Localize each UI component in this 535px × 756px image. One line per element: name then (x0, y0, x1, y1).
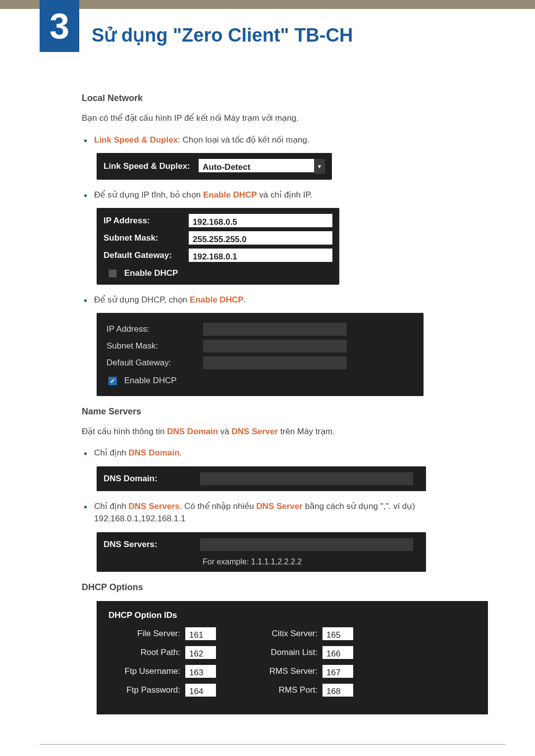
rms-server-label: RMS Server: (246, 665, 318, 678)
dhcp-enabled-panel: IP Address: Subnet Mask: Default Gateway… (97, 313, 424, 396)
ftp-password-field[interactable]: 164 (185, 684, 216, 697)
bullet-icon: • (84, 502, 87, 512)
dns-domain-label: DNS Domain: (104, 472, 200, 485)
name-servers-intro: Đặt cấu hình thông tin DNS Domain và DNS… (82, 425, 488, 438)
dhcp-col-right: Citix Server:165 Domain List:166 RMS Ser… (246, 627, 353, 703)
ns-intro-b1: DNS Domain (167, 427, 218, 436)
ns-intro-post: trên Máy trạm. (278, 427, 335, 436)
table-row: Domain List:166 (246, 646, 353, 659)
table-row: RMS Port:168 (246, 684, 353, 697)
link-speed-text: : Chọn loại và tốc độ kết nối mạng. (178, 135, 310, 145)
page-footer: 3 Sử dụng "Zero Client" TB-CH 47 (40, 744, 505, 756)
bullet-dhcp-on: • Để sử dụng DHCP, chọn Enable DHCP. (84, 294, 488, 306)
enable-dhcp-checkbox-unchecked[interactable] (108, 269, 117, 278)
ns-intro-b2: DNS Server (232, 427, 278, 436)
ns-intro-pre: Đặt cấu hình thông tin (82, 427, 167, 436)
dns-domain-field[interactable] (200, 472, 413, 485)
link-speed-panel: Link Speed & Duplex: Auto-Detect ▼ (97, 153, 332, 180)
dns-domain-bold: DNS Domain (129, 448, 180, 457)
default-gateway-label: Default Gateway: (107, 356, 203, 369)
chapter-number: 3 (40, 0, 79, 52)
bullet-dns-domain: • Chỉ định DNS Domain. (84, 447, 488, 459)
subnet-mask-field-disabled (203, 340, 347, 353)
default-gateway-field[interactable]: 192.168.0.1 (189, 249, 332, 262)
dns-srv-b1: DNS Servers (129, 502, 180, 511)
link-speed-label: Link Speed & Duplex: (104, 160, 199, 173)
static-ip-bold: Enable DHCP (203, 190, 257, 200)
subnet-mask-field[interactable]: 255.255.255.0 (189, 231, 332, 245)
dhcp-options-panel: DHCP Option IDs File Server:161 Root Pat… (97, 601, 488, 715)
ns-intro-mid: và (218, 427, 231, 436)
dns-srv-b2: DNS Server (256, 502, 303, 511)
table-row: File Server:161 (108, 627, 216, 640)
ftp-password-label: Ftp Password: (108, 684, 180, 697)
dns-example-text: For example: 1.1.1.1,2.2.2.2 (203, 553, 419, 568)
static-ip-pre: Để sử dụng IP tĩnh, bỏ chọn (94, 190, 203, 200)
dns-domain-post: . (180, 448, 182, 457)
dns-domain-panel: DNS Domain: (97, 466, 426, 491)
dhcp-options-heading: DHCP Options (82, 581, 488, 594)
subnet-mask-label: Subnet Mask: (104, 232, 189, 245)
domain-list-label: Domain List: (246, 646, 318, 659)
bullet-icon: • (84, 136, 87, 146)
citix-server-field[interactable]: 165 (322, 627, 353, 640)
enable-dhcp-label: Enable DHCP (124, 376, 177, 385)
dhcp-option-ids-title: DHCP Option IDs (108, 609, 476, 622)
ip-address-field-disabled (203, 323, 347, 336)
default-gateway-field-disabled (203, 356, 347, 369)
domain-list-field[interactable]: 166 (322, 646, 353, 659)
link-speed-bold: Link Speed & Duplex (94, 135, 178, 145)
header-strip (0, 0, 535, 9)
dns-srv-pre: Chỉ định (94, 502, 129, 511)
bullet-link-speed: • Link Speed & Duplex: Chọn loại và tốc … (84, 134, 488, 147)
local-network-intro: Bạn có thể đặt cấu hình IP để kết nối Má… (82, 112, 488, 125)
link-speed-select[interactable]: Auto-Detect (199, 159, 325, 172)
local-network-heading: Local Network (82, 92, 488, 105)
rms-port-field[interactable]: 168 (322, 684, 353, 697)
page-content: Local Network Bạn có thể đặt cấu hình IP… (82, 92, 488, 714)
subnet-mask-label: Subnet Mask: (107, 340, 203, 353)
chevron-down-icon[interactable]: ▼ (314, 159, 325, 174)
rms-server-field[interactable]: 167 (322, 665, 353, 678)
bullet-static-ip: • Để sử dụng IP tĩnh, bỏ chọn Enable DHC… (84, 189, 488, 202)
dhcp-on-post: . (244, 295, 246, 304)
dns-servers-panel: DNS Servers: For example: 1.1.1.1,2.2.2.… (97, 532, 426, 572)
ip-address-field[interactable]: 192.168.0.5 (189, 214, 332, 227)
bullet-dns-servers: • Chỉ định DNS Servers. Có thể nhập nhiề… (84, 500, 488, 525)
enable-dhcp-label: Enable DHCP (124, 268, 178, 278)
dhcp-on-bold: Enable DHCP (190, 295, 244, 304)
root-path-label: Root Path: (108, 646, 180, 659)
ip-address-label: IP Address: (107, 323, 203, 336)
dns-srv-mid: . Có thể nhập nhiều (180, 502, 257, 511)
table-row: RMS Server:167 (246, 665, 353, 678)
rms-port-label: RMS Port: (246, 684, 318, 697)
page-number: 47 (486, 750, 505, 756)
ftp-username-label: Ftp Username: (108, 665, 180, 678)
table-row: Ftp Username:163 (108, 665, 216, 678)
ip-address-label: IP Address: (104, 214, 189, 227)
bullet-icon: • (84, 296, 87, 305)
chapter-title: Sử dụng "Zero Client" TB-CH (92, 21, 353, 50)
static-ip-post: và chỉ định IP. (257, 190, 313, 200)
chapter-header: 3 Sử dụng "Zero Client" TB-CH (0, 9, 535, 52)
file-server-label: File Server: (108, 627, 180, 640)
bullet-icon: • (84, 191, 87, 201)
ftp-username-field[interactable]: 163 (185, 665, 216, 678)
enable-dhcp-checkbox-checked[interactable]: ✓ (108, 377, 117, 385)
name-servers-heading: Name Servers (82, 405, 488, 418)
default-gateway-label: Default Gateway: (104, 249, 189, 262)
table-row: Root Path:162 (108, 646, 216, 659)
static-ip-panel: IP Address: 192.168.0.5 Subnet Mask: 255… (97, 208, 339, 285)
dns-servers-label: DNS Servers: (104, 538, 200, 551)
dhcp-col-left: File Server:161 Root Path:162 Ftp Userna… (108, 627, 216, 703)
citix-server-label: Citix Server: (246, 627, 318, 640)
table-row: Citix Server:165 (246, 627, 353, 640)
file-server-field[interactable]: 161 (185, 627, 216, 640)
dns-domain-pre: Chỉ định (94, 448, 129, 457)
root-path-field[interactable]: 162 (185, 646, 216, 659)
dns-servers-field[interactable] (200, 538, 413, 551)
dhcp-on-pre: Để sử dụng DHCP, chọn (94, 295, 190, 304)
table-row: Ftp Password:164 (108, 684, 216, 697)
bullet-icon: • (84, 449, 87, 458)
